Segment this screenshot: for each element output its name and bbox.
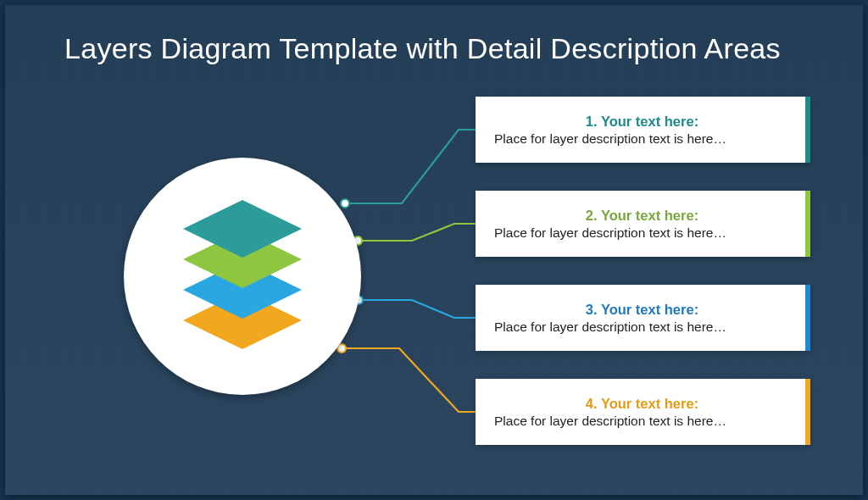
- layer-card-desc: Place for layer description text is here…: [494, 131, 790, 147]
- page-title: Layers Diagram Template with Detail Desc…: [64, 32, 781, 65]
- layers-icon-circle: [124, 158, 361, 395]
- layer-card-desc: Place for layer description text is here…: [494, 414, 790, 429]
- layer-card-3: 3. Your text here: Place for layer descr…: [476, 285, 810, 351]
- svg-marker-7: [183, 200, 302, 258]
- layer-card-title: 3. Your text here:: [494, 302, 790, 318]
- slide: Layers Diagram Template with Detail Desc…: [5, 5, 863, 495]
- layer-card-1: 1. Your text here: Place for layer descr…: [476, 97, 810, 163]
- layer-card-title: 1. Your text here:: [494, 114, 790, 130]
- layer-card-2: 2. Your text here: Place for layer descr…: [476, 191, 810, 257]
- layer-card-title: 2. Your text here:: [494, 208, 790, 224]
- layer-card-desc: Place for layer description text is here…: [494, 225, 790, 241]
- layer-card-4: 4. Your text here: Place for layer descr…: [476, 379, 810, 445]
- layer-card-title: 4. Your text here:: [494, 396, 790, 412]
- stacked-layers-icon: [175, 192, 310, 361]
- layer-card-desc: Place for layer description text is here…: [494, 319, 790, 335]
